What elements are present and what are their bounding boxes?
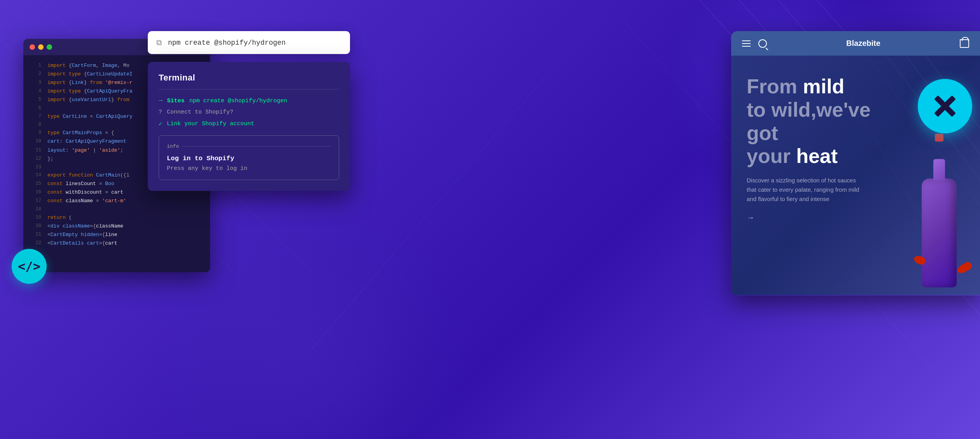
code-line-21: 21 <CartEmpty hidden={line (23, 231, 210, 239)
close-dot[interactable] (30, 44, 35, 50)
info-box: info Log in to Shopify Press any key to … (159, 135, 339, 180)
bottle-cap (935, 134, 943, 142)
terminal-panel: Terminal → Sites npm create @shopify/hyd… (148, 62, 350, 191)
maximize-dot[interactable] (47, 44, 52, 50)
search-icon[interactable] (758, 39, 767, 48)
headline-mild: mild (803, 75, 844, 98)
command-text: npm create @shopify/hydrogen (168, 39, 285, 47)
hero-cta-arrow[interactable]: → (747, 213, 887, 222)
code-line-19: 19 return ( (23, 213, 210, 222)
cart-icon[interactable] (960, 39, 969, 48)
storefront-hero: From mild to wild,we've got your heat Di… (731, 56, 980, 295)
pepper-decoration-1 (956, 261, 973, 275)
bottle-body (922, 178, 957, 287)
terminal-question-mark: ? (159, 109, 162, 115)
terminal-question-line: ? Connect to Shopify? (159, 109, 339, 115)
brand-logo (931, 93, 959, 120)
store-name: Blazebite (846, 39, 880, 48)
code-line-20: 20 <div className={className (23, 222, 210, 231)
bottle-neck (933, 159, 945, 180)
hero-text-block: From mild to wild,we've got your heat Di… (747, 75, 887, 222)
code-icon: </> (18, 259, 40, 274)
info-title: Log in to Shopify (167, 155, 331, 162)
command-bar: ⧉ npm create @shopify/hydrogen (148, 31, 350, 54)
hamburger-menu-icon[interactable] (742, 40, 751, 47)
brand-badge (918, 79, 972, 133)
terminal-title: Terminal (159, 73, 339, 89)
minimize-dot[interactable] (38, 44, 44, 50)
hero-headline: From mild to wild,we've got your heat (747, 75, 887, 168)
sauce-bottle-decoration (879, 101, 980, 295)
headline-to-wild: to wild,we've got (747, 98, 871, 144)
info-label: info (167, 143, 331, 149)
code-line-17: 17 const className = 'cart-m' (23, 197, 210, 205)
headline-your: your (747, 145, 796, 167)
storefront-section: Blazebite From mild to wild,we've got (731, 31, 980, 296)
headline-heat: heat (796, 145, 838, 167)
terminal-command-text: npm create @shopify/hydrogen (189, 98, 287, 104)
nav-left (742, 39, 767, 48)
code-line-22: 22 <CartDetails cart={cart (23, 239, 210, 248)
any-key-text: any key to log in (188, 165, 247, 172)
code-badge: </> (12, 249, 47, 284)
terminal-section: ⧉ npm create @shopify/hydrogen Terminal … (148, 31, 350, 191)
terminal-arrow-icon: → (159, 97, 163, 104)
terminal-command-line: → Sites npm create @shopify/hydrogen (159, 97, 339, 104)
terminal-sites-label: Sites (167, 98, 185, 104)
copy-icon[interactable]: ⧉ (156, 38, 162, 47)
info-subtitle: Press any key to log in (167, 165, 331, 172)
terminal-question-text: Connect to Shopify? (167, 109, 233, 115)
terminal-check-icon: ✓ (159, 120, 162, 128)
terminal-answer-line: ✓ Link your Shopify account (159, 120, 339, 128)
headline-from: From (747, 75, 803, 98)
hero-description: Discover a sizzling selection of hot sau… (747, 176, 863, 204)
press-text: Press (167, 165, 184, 172)
terminal-link-text: Link your Shopify account (167, 121, 254, 127)
storefront-nav: Blazebite (731, 31, 980, 56)
code-line-18: 18 (23, 205, 210, 213)
